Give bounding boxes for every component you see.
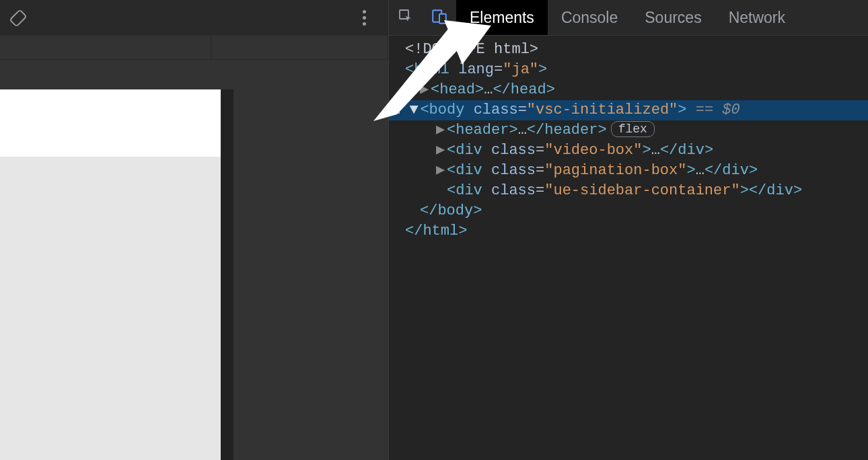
- page-header-region: [0, 89, 221, 157]
- elements-tree[interactable]: <!DOCTYPE html> <html lang="ja"> ▶<head>…: [389, 36, 868, 460]
- tab-elements[interactable]: Elements: [456, 0, 548, 35]
- device-preview-pane: [0, 0, 389, 460]
- flex-badge[interactable]: flex: [611, 121, 655, 137]
- svg-rect-0: [9, 9, 26, 26]
- dom-node-div-pagination[interactable]: ▶<div class="pagination-box">…</div>: [389, 161, 868, 181]
- device-viewport-area: [0, 60, 388, 460]
- dom-node-doctype[interactable]: <!DOCTYPE html>: [389, 40, 868, 60]
- devtools-tabs: Elements Console Sources Network: [456, 0, 799, 35]
- tab-sources[interactable]: Sources: [631, 0, 715, 35]
- device-dim-cell[interactable]: [0, 36, 211, 60]
- svg-rect-3: [439, 14, 446, 24]
- attr-pagination-class: pagination-box: [553, 162, 678, 179]
- devtools-header: Elements Console Sources Network: [389, 0, 868, 36]
- rotate-icon: [9, 9, 28, 28]
- tab-console[interactable]: Console: [548, 0, 631, 35]
- tab-network[interactable]: Network: [715, 0, 799, 35]
- dom-node-div-video[interactable]: ▶<div class="video-box">…</div>: [389, 141, 868, 161]
- selection-marker: == $0: [696, 102, 740, 118]
- dom-node-head[interactable]: ▶<head>…</head>: [389, 80, 868, 100]
- dom-node-div-sidebar[interactable]: ▶<div class="ue-sidebar-container"></div…: [389, 181, 868, 201]
- device-dim-cell[interactable]: [211, 36, 388, 60]
- expand-toggle-icon[interactable]: ▶: [436, 141, 447, 161]
- devtools-pane: Elements Console Sources Network <!DOCTY…: [389, 0, 868, 460]
- rotate-device-button[interactable]: [0, 0, 36, 36]
- inspect-icon: [398, 8, 414, 27]
- toggle-device-toolbar-button[interactable]: [423, 0, 456, 35]
- expand-toggle-icon[interactable]: ▶: [420, 80, 431, 100]
- expand-toggle-icon[interactable]: ▼: [409, 100, 420, 120]
- device-dimensions-bar: [0, 36, 388, 60]
- device-toggle-icon: [431, 7, 448, 28]
- dom-node-body-close[interactable]: </body>: [389, 201, 868, 221]
- dom-node-html[interactable]: <html lang="ja">: [389, 60, 868, 80]
- device-toolbar: [0, 0, 388, 36]
- dom-node-header[interactable]: ▶<header>…</header>flex: [389, 120, 868, 141]
- dom-node-body-selected[interactable]: … ▼<body class="vsc-initialized"> == $0: [389, 100, 868, 120]
- attr-sidebar-class: ue-sidebar-container: [553, 182, 731, 199]
- expand-toggle-icon[interactable]: ▶: [436, 120, 447, 141]
- expand-toggle-icon[interactable]: ▶: [436, 161, 447, 181]
- attr-video-class: video-box: [553, 142, 633, 159]
- dom-node-html-close[interactable]: </html>: [389, 221, 868, 241]
- attr-html-lang: ja: [511, 61, 529, 78]
- device-frame: [0, 89, 233, 460]
- app-root: Elements Console Sources Network <!DOCTY…: [0, 0, 868, 460]
- device-more-menu-button[interactable]: [351, 0, 377, 36]
- inspect-element-button[interactable]: [389, 0, 423, 35]
- kebab-icon: [363, 10, 366, 26]
- device-screen[interactable]: [0, 89, 221, 460]
- attr-body-class: vsc-initialized: [536, 102, 669, 118]
